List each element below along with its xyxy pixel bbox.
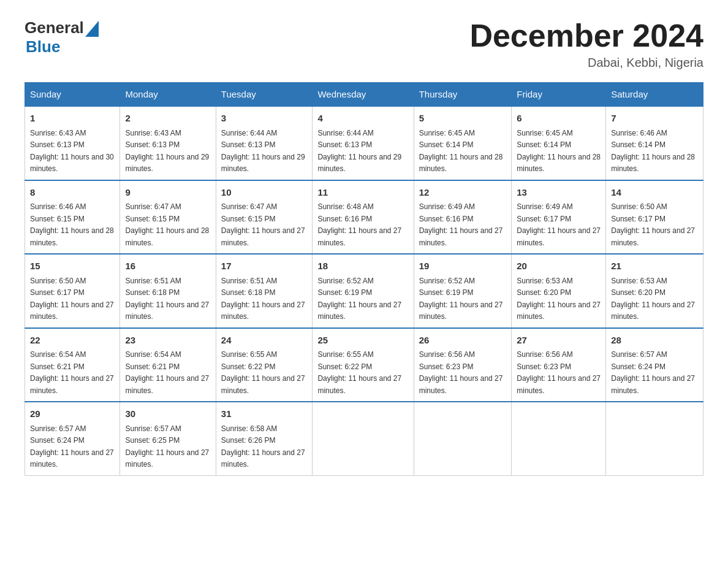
calendar-cell <box>606 402 703 475</box>
day-info: Sunrise: 6:54 AMSunset: 6:21 PMDaylight:… <box>30 350 114 395</box>
calendar-cell: 5Sunrise: 6:45 AMSunset: 6:14 PMDaylight… <box>414 106 512 180</box>
day-info: Sunrise: 6:57 AMSunset: 6:24 PMDaylight:… <box>611 350 695 395</box>
day-number: 21 <box>611 259 698 274</box>
day-info: Sunrise: 6:43 AMSunset: 6:13 PMDaylight:… <box>125 129 209 174</box>
day-number: 6 <box>517 112 601 126</box>
day-number: 4 <box>317 112 408 126</box>
logo-triangle-icon <box>85 21 99 37</box>
calendar-table: SundayMondayTuesdayWednesdayThursdayFrid… <box>25 82 703 476</box>
day-info: Sunrise: 6:48 AMSunset: 6:16 PMDaylight:… <box>317 202 401 247</box>
calendar-week-row: 15Sunrise: 6:50 AMSunset: 6:17 PMDayligh… <box>25 254 703 328</box>
calendar-cell <box>313 402 414 475</box>
day-number: 15 <box>30 259 115 274</box>
day-info: Sunrise: 6:50 AMSunset: 6:17 PMDaylight:… <box>30 277 114 321</box>
day-info: Sunrise: 6:53 AMSunset: 6:20 PMDaylight:… <box>611 277 695 321</box>
calendar-cell <box>512 402 606 475</box>
calendar-cell: 25Sunrise: 6:55 AMSunset: 6:22 PMDayligh… <box>313 328 414 402</box>
calendar-cell: 14Sunrise: 6:50 AMSunset: 6:17 PMDayligh… <box>606 180 703 255</box>
subtitle: Dabai, Kebbi, Nigeria <box>469 56 703 70</box>
calendar-cell: 21Sunrise: 6:53 AMSunset: 6:20 PMDayligh… <box>606 254 703 328</box>
day-number: 31 <box>221 407 308 421</box>
calendar-cell: 24Sunrise: 6:55 AMSunset: 6:22 PMDayligh… <box>216 328 313 402</box>
calendar-cell: 30Sunrise: 6:57 AMSunset: 6:25 PMDayligh… <box>120 402 216 475</box>
logo-blue-text: Blue <box>26 37 60 56</box>
day-info: Sunrise: 6:45 AMSunset: 6:14 PMDaylight:… <box>419 129 503 174</box>
calendar-header-friday: Friday <box>512 83 606 107</box>
calendar-cell: 22Sunrise: 6:54 AMSunset: 6:21 PMDayligh… <box>25 328 120 402</box>
calendar-cell: 15Sunrise: 6:50 AMSunset: 6:17 PMDayligh… <box>25 254 120 328</box>
day-info: Sunrise: 6:44 AMSunset: 6:13 PMDaylight:… <box>317 129 401 174</box>
day-info: Sunrise: 6:44 AMSunset: 6:13 PMDaylight:… <box>221 129 305 174</box>
day-number: 26 <box>419 334 507 348</box>
day-info: Sunrise: 6:55 AMSunset: 6:22 PMDaylight:… <box>221 350 305 395</box>
day-info: Sunrise: 6:52 AMSunset: 6:19 PMDaylight:… <box>317 277 401 321</box>
calendar-header-row: SundayMondayTuesdayWednesdayThursdayFrid… <box>25 83 703 107</box>
calendar-cell: 18Sunrise: 6:52 AMSunset: 6:19 PMDayligh… <box>313 254 414 328</box>
day-number: 10 <box>221 186 308 200</box>
day-number: 28 <box>611 334 698 348</box>
calendar-cell: 4Sunrise: 6:44 AMSunset: 6:13 PMDaylight… <box>313 106 414 180</box>
title-area: December 2024 Dabai, Kebbi, Nigeria <box>469 18 703 70</box>
day-info: Sunrise: 6:43 AMSunset: 6:13 PMDaylight:… <box>30 129 114 174</box>
day-info: Sunrise: 6:56 AMSunset: 6:23 PMDaylight:… <box>419 350 503 395</box>
day-number: 14 <box>611 186 698 200</box>
day-number: 8 <box>30 186 115 200</box>
calendar-header-sunday: Sunday <box>25 83 120 107</box>
day-number: 17 <box>221 259 308 274</box>
calendar-header-wednesday: Wednesday <box>313 83 414 107</box>
day-number: 9 <box>125 186 210 200</box>
calendar-cell: 28Sunrise: 6:57 AMSunset: 6:24 PMDayligh… <box>606 328 703 402</box>
day-info: Sunrise: 6:46 AMSunset: 6:14 PMDaylight:… <box>611 129 695 174</box>
day-info: Sunrise: 6:47 AMSunset: 6:15 PMDaylight:… <box>221 202 305 247</box>
logo-general-text: General <box>25 18 84 37</box>
day-number: 27 <box>517 334 601 348</box>
day-number: 11 <box>317 186 408 200</box>
day-number: 22 <box>30 334 115 348</box>
day-number: 12 <box>419 186 507 200</box>
calendar-cell: 2Sunrise: 6:43 AMSunset: 6:13 PMDaylight… <box>120 106 216 180</box>
calendar-cell: 13Sunrise: 6:49 AMSunset: 6:17 PMDayligh… <box>512 180 606 255</box>
calendar-cell: 17Sunrise: 6:51 AMSunset: 6:18 PMDayligh… <box>216 254 313 328</box>
day-number: 3 <box>221 112 308 126</box>
day-info: Sunrise: 6:49 AMSunset: 6:17 PMDaylight:… <box>517 202 601 247</box>
calendar-cell: 7Sunrise: 6:46 AMSunset: 6:14 PMDaylight… <box>606 106 703 180</box>
calendar-cell: 11Sunrise: 6:48 AMSunset: 6:16 PMDayligh… <box>313 180 414 255</box>
day-info: Sunrise: 6:53 AMSunset: 6:20 PMDaylight:… <box>517 277 601 321</box>
day-info: Sunrise: 6:56 AMSunset: 6:23 PMDaylight:… <box>517 350 601 395</box>
calendar-cell: 26Sunrise: 6:56 AMSunset: 6:23 PMDayligh… <box>414 328 512 402</box>
day-info: Sunrise: 6:57 AMSunset: 6:24 PMDaylight:… <box>30 424 114 469</box>
calendar-cell <box>414 402 512 475</box>
day-info: Sunrise: 6:47 AMSunset: 6:15 PMDaylight:… <box>125 202 209 247</box>
day-info: Sunrise: 6:50 AMSunset: 6:17 PMDaylight:… <box>611 202 695 247</box>
day-number: 24 <box>221 334 308 348</box>
calendar-cell: 10Sunrise: 6:47 AMSunset: 6:15 PMDayligh… <box>216 180 313 255</box>
logo: General Blue <box>25 18 99 56</box>
calendar-week-row: 8Sunrise: 6:46 AMSunset: 6:15 PMDaylight… <box>25 180 703 255</box>
calendar-cell: 16Sunrise: 6:51 AMSunset: 6:18 PMDayligh… <box>120 254 216 328</box>
day-info: Sunrise: 6:51 AMSunset: 6:18 PMDaylight:… <box>221 277 305 321</box>
calendar-week-row: 1Sunrise: 6:43 AMSunset: 6:13 PMDaylight… <box>25 106 703 180</box>
day-number: 19 <box>419 259 507 274</box>
day-number: 29 <box>30 407 115 421</box>
day-info: Sunrise: 6:49 AMSunset: 6:16 PMDaylight:… <box>419 202 503 247</box>
calendar-cell: 1Sunrise: 6:43 AMSunset: 6:13 PMDaylight… <box>25 106 120 180</box>
day-number: 20 <box>517 259 601 274</box>
calendar-cell: 3Sunrise: 6:44 AMSunset: 6:13 PMDaylight… <box>216 106 313 180</box>
calendar-cell: 20Sunrise: 6:53 AMSunset: 6:20 PMDayligh… <box>512 254 606 328</box>
day-info: Sunrise: 6:54 AMSunset: 6:21 PMDaylight:… <box>125 350 209 395</box>
calendar-header-saturday: Saturday <box>606 83 703 107</box>
day-info: Sunrise: 6:58 AMSunset: 6:26 PMDaylight:… <box>221 424 305 469</box>
day-info: Sunrise: 6:52 AMSunset: 6:19 PMDaylight:… <box>419 277 503 321</box>
calendar-cell: 19Sunrise: 6:52 AMSunset: 6:19 PMDayligh… <box>414 254 512 328</box>
calendar-week-row: 22Sunrise: 6:54 AMSunset: 6:21 PMDayligh… <box>25 328 703 402</box>
header: General Blue December 2024 Dabai, Kebbi,… <box>25 18 703 70</box>
calendar-header-tuesday: Tuesday <box>216 83 313 107</box>
day-number: 13 <box>517 186 601 200</box>
day-number: 16 <box>125 259 210 274</box>
calendar-header-thursday: Thursday <box>414 83 512 107</box>
day-info: Sunrise: 6:45 AMSunset: 6:14 PMDaylight:… <box>517 129 601 174</box>
day-number: 1 <box>30 112 115 126</box>
day-info: Sunrise: 6:46 AMSunset: 6:15 PMDaylight:… <box>30 202 114 247</box>
day-info: Sunrise: 6:57 AMSunset: 6:25 PMDaylight:… <box>125 424 209 469</box>
day-number: 5 <box>419 112 507 126</box>
